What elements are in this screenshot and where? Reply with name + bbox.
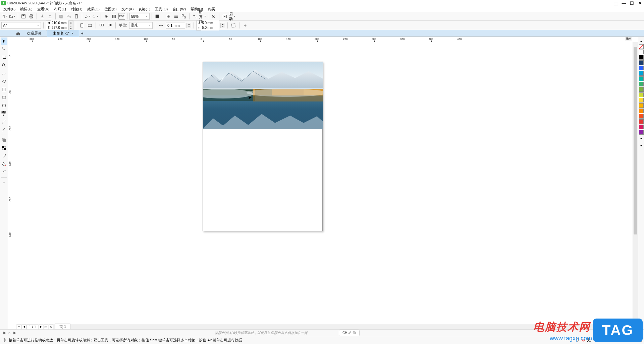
placed-bitmap[interactable]: ➤ — [203, 62, 323, 129]
minimize-button[interactable]: — — [621, 0, 627, 6]
zoom-tool[interactable] — [1, 62, 7, 69]
menu-window[interactable]: 窗口(W) — [170, 6, 188, 12]
nudge-down[interactable]: ▼ — [187, 25, 191, 28]
snap-guide-icon[interactable] — [173, 13, 179, 20]
color-swatch[interactable] — [639, 66, 644, 70]
crop-tool[interactable] — [1, 54, 7, 61]
menu-bitmap[interactable]: 位图(B) — [102, 6, 119, 12]
color-swatch[interactable] — [639, 87, 644, 92]
color-swatch[interactable] — [639, 125, 644, 129]
menu-file[interactable]: 文件(F) — [1, 6, 17, 12]
undo-button[interactable]: ▼ — [84, 13, 91, 20]
ellipse-tool[interactable] — [1, 94, 7, 101]
pdf-button[interactable]: PDF — [118, 13, 125, 20]
menu-view[interactable]: 查看(V) — [35, 6, 52, 12]
fullscreen-button[interactable] — [154, 13, 161, 20]
import-button[interactable] — [39, 13, 46, 20]
menu-buy[interactable]: 购买 — [206, 6, 217, 12]
tab-document[interactable]: 未命名 -1*× — [47, 30, 79, 37]
copy-button[interactable] — [58, 13, 64, 20]
nudge-up[interactable]: ▲ — [187, 23, 191, 25]
export-button[interactable] — [47, 13, 53, 20]
color-swatch[interactable] — [639, 103, 644, 108]
home-icon[interactable] — [15, 30, 21, 37]
nav-add-page[interactable]: ⊕ — [49, 325, 53, 329]
dup-down[interactable]: ▼ — [221, 25, 225, 28]
portrait-button[interactable] — [78, 22, 85, 29]
height-down[interactable]: ▼ — [68, 28, 73, 30]
close-button[interactable]: ✕ — [637, 0, 643, 6]
add-tool-button[interactable]: + — [1, 179, 7, 186]
artistic-media-tool[interactable] — [1, 78, 7, 85]
page-height-input[interactable] — [51, 25, 68, 30]
open-button[interactable]: ▼ — [9, 13, 16, 20]
launch-dropdown[interactable]: 启动▼ — [229, 13, 236, 20]
paste-button[interactable] — [73, 13, 80, 20]
color-swatch[interactable] — [639, 130, 644, 135]
print-button[interactable] — [28, 13, 35, 20]
gear-icon[interactable] — [2, 338, 7, 343]
color-swatch[interactable] — [639, 55, 644, 60]
pick-tool[interactable] — [1, 38, 7, 45]
height-up[interactable]: ▲ — [68, 25, 73, 28]
launch-icon[interactable] — [221, 13, 228, 20]
add-toolbar-button[interactable]: + — [242, 22, 249, 29]
nav-first[interactable]: ⏮ — [17, 325, 21, 329]
color-swatch[interactable] — [639, 119, 644, 124]
save-button[interactable] — [20, 13, 27, 20]
transparency-tool[interactable] — [1, 144, 7, 152]
units-combo[interactable]: 毫米▼ — [129, 22, 153, 29]
cloud-icon[interactable]: ⬚ — [613, 0, 619, 6]
tab-close-icon[interactable]: × — [71, 31, 73, 35]
all-pages-button[interactable] — [98, 22, 105, 29]
scroll-thumb-v[interactable] — [634, 47, 637, 234]
menu-edit[interactable]: 编辑(E) — [18, 6, 35, 12]
language-indicator[interactable]: CH 🖉 简 — [339, 330, 360, 336]
color-swatch[interactable] — [639, 109, 644, 113]
palette-down[interactable]: ▼ — [638, 135, 644, 142]
menu-table[interactable]: 表格(T) — [136, 6, 152, 12]
color-swatch[interactable] — [639, 82, 644, 86]
snap-toggle-icon[interactable] — [192, 13, 198, 20]
nav-prev[interactable]: ◀ — [22, 325, 26, 329]
color-swatch[interactable] — [639, 71, 644, 76]
outline-tool[interactable] — [1, 168, 7, 176]
tab-add-button[interactable]: + — [79, 30, 85, 37]
menu-object[interactable]: 对象(J) — [69, 6, 85, 12]
new-button[interactable]: ▼ — [1, 13, 8, 20]
rectangle-tool[interactable] — [1, 86, 7, 93]
treat-as-filled-button[interactable] — [230, 22, 237, 29]
eyedropper-tool[interactable] — [1, 152, 7, 160]
drop-shadow-tool[interactable] — [1, 136, 7, 144]
zoom-combo[interactable]: 58%▼ — [129, 13, 150, 20]
connector-tool[interactable] — [1, 126, 7, 133]
page-preset-combo[interactable]: A4▼ — [1, 22, 41, 29]
shape-tool[interactable] — [1, 46, 7, 53]
nav-last[interactable]: ⏭ — [44, 325, 48, 329]
width-up[interactable]: ▲ — [68, 21, 73, 23]
current-page-button[interactable] — [106, 22, 113, 29]
dup-y-input[interactable] — [201, 25, 219, 30]
menu-text[interactable]: 文本(X) — [119, 6, 136, 12]
parallel-dimension-tool[interactable] — [1, 118, 7, 125]
dup-up[interactable]: ▲ — [221, 23, 225, 25]
align-button[interactable] — [111, 13, 117, 20]
page-tab[interactable]: 页 1 — [55, 324, 70, 329]
color-swatch[interactable] — [639, 98, 644, 102]
menu-layout[interactable]: 布局(L) — [52, 6, 68, 12]
page-counter[interactable]: 1 / 1 — [27, 325, 38, 329]
snap-grid-icon[interactable] — [165, 13, 172, 20]
find-button[interactable] — [103, 13, 110, 20]
snap-object-icon[interactable] — [180, 13, 187, 20]
freehand-tool[interactable] — [1, 70, 7, 77]
fill-tool[interactable] — [1, 160, 7, 168]
nudge-input[interactable]: 0.1 mm — [166, 22, 185, 29]
snap-dropdown[interactable]: 贴齐(T)▼ — [199, 13, 206, 20]
palette-up[interactable]: ▲ — [638, 38, 644, 44]
color-none[interactable] — [639, 44, 644, 49]
canvas-viewport[interactable]: ➤ — [16, 42, 633, 324]
width-down[interactable]: ▼ — [68, 23, 73, 25]
landscape-button[interactable] — [87, 22, 93, 29]
color-swatch[interactable] — [639, 76, 644, 81]
text-tool[interactable]: 字 — [1, 110, 7, 117]
